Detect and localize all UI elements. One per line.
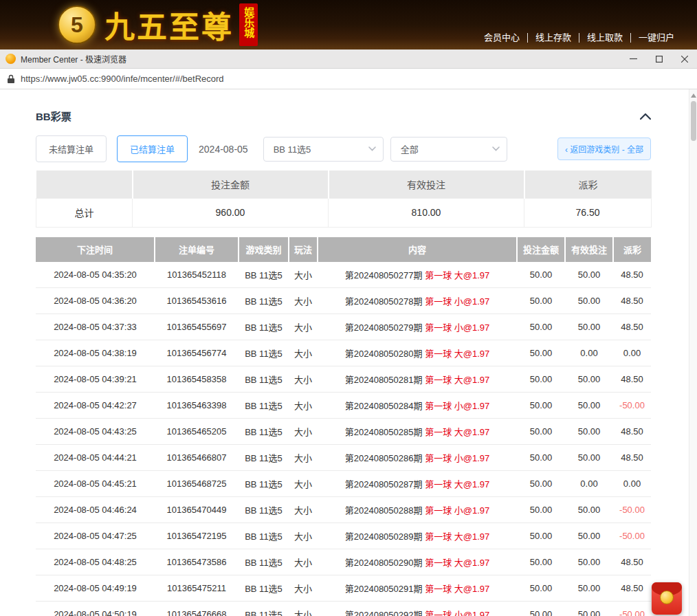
tab-settled-bets[interactable]: 已结算注单 (117, 135, 188, 162)
nav-online-deposit[interactable]: 线上存款 (527, 33, 579, 43)
scrollbar-up-arrow-icon[interactable] (691, 94, 696, 98)
cell-play-type: 大小 (289, 549, 318, 575)
nav-one-key-transfer[interactable]: 一键归户 (630, 33, 682, 43)
close-icon (681, 56, 688, 63)
cell-content: 第202408050279期 第一球 小@1.97 (318, 314, 517, 340)
cell-valid-bet: 50.00 (565, 262, 613, 288)
cell-valid-bet: 50.00 (565, 393, 613, 419)
cell-bet-amount: 50.00 (517, 340, 565, 366)
cell-payout: 48.50 (613, 575, 651, 602)
cell-order-id: 101365473586 (155, 549, 239, 575)
url-text: https://www.jw05.cc:9900/infe/mcenter/#/… (21, 74, 224, 84)
summary-header-empty (36, 170, 133, 198)
game-select[interactable]: BB 11选5 (263, 137, 384, 162)
page-title: BB彩票 (36, 109, 71, 123)
cell-order-id: 101365452118 (155, 262, 239, 288)
cell-order-id: 101365468725 (155, 471, 239, 497)
cell-content: 第202408050281期 第一球 大@1.97 (318, 366, 517, 393)
cell-content: 第202408050292期 第一球 小@1.97 (318, 602, 517, 616)
cell-bet-amount: 50.00 (517, 393, 565, 419)
content-detail: 第一球 大@1.97 (425, 427, 489, 437)
cell-bet-time: 2024-08-05 04:49:19 (36, 575, 155, 602)
cell-play-type: 大小 (289, 393, 318, 419)
cell-order-id: 101365458358 (155, 366, 239, 393)
cell-game-category: BB 11选5 (239, 393, 289, 419)
header-bet-amount: 投注金额 (517, 237, 565, 262)
cell-payout: 48.50 (613, 366, 651, 393)
section-head: BB彩票 (36, 109, 651, 123)
cell-bet-time: 2024-08-05 04:43:25 (36, 419, 155, 445)
cell-order-id: 101365466807 (155, 445, 239, 471)
browser-tab-title: Member Center - 极速浏览器 (21, 53, 126, 65)
cell-content: 第202408050288期 第一球 小@1.97 (318, 497, 517, 523)
cell-bet-amount: 50.00 (517, 497, 565, 523)
cell-content: 第202408050284期 第一球 小@1.97 (318, 393, 517, 419)
cell-bet-time: 2024-08-05 04:37:33 (36, 314, 155, 340)
cell-valid-bet: 50.00 (565, 288, 613, 314)
cell-bet-time: 2024-08-05 04:35:20 (36, 262, 155, 288)
back-to-game-category-button[interactable]: ‹ 返回游戏类别 - 全部 (557, 138, 651, 160)
cell-content: 第202408050291期 第一球 大@1.97 (318, 575, 517, 602)
top-nav: 会员中心 线上存款 线上取款 一键归户 (476, 33, 682, 43)
cell-valid-bet: 0.00 (565, 471, 613, 497)
header-order-id: 注单编号 (155, 237, 239, 262)
url-bar[interactable]: https://www.jw05.cc:9900/infe/mcenter/#/… (0, 69, 697, 89)
table-row: 2024-08-05 04:43:25 101365465205 BB 11选5… (36, 419, 651, 445)
chevron-down-icon (368, 146, 376, 151)
header-payout: 派彩 (613, 237, 651, 262)
maximize-icon (656, 56, 663, 63)
browser-titlebar: Member Center - 极速浏览器 (0, 50, 697, 69)
table-row: 2024-08-05 04:44:21 101365466807 BB 11选5… (36, 445, 651, 471)
cell-game-category: BB 11选5 (239, 497, 289, 523)
cell-game-category: BB 11选5 (239, 262, 289, 288)
content-detail: 第一球 大@1.97 (425, 479, 489, 490)
cell-content: 第202408050289期 第一球 大@1.97 (318, 523, 517, 549)
summary-header-valid-bet: 有效投注 (329, 170, 524, 198)
content-detail: 第一球 小@1.97 (425, 322, 489, 333)
nav-online-withdraw[interactable]: 线上取款 (579, 33, 630, 43)
game-select-value: BB 11选5 (274, 142, 311, 155)
cell-play-type: 大小 (289, 340, 318, 366)
close-button[interactable] (672, 50, 697, 68)
cell-payout: 48.50 (613, 549, 651, 575)
header-content: 内容 (318, 237, 517, 262)
cell-order-id: 101365455697 (155, 314, 239, 340)
browser-favicon-icon (5, 54, 16, 64)
cell-bet-amount: 50.00 (517, 419, 565, 445)
content-period: 第202408050291期 (345, 584, 423, 594)
table-row: 2024-08-05 04:49:19 101365475211 BB 11选5… (36, 575, 651, 602)
maximize-button[interactable] (646, 50, 672, 68)
cell-payout: -50.00 (613, 602, 651, 616)
minimize-button[interactable] (621, 50, 646, 68)
cell-valid-bet: 50.00 (565, 549, 613, 575)
cell-valid-bet: 50.00 (565, 602, 613, 616)
scrollbar-thumb[interactable] (691, 101, 696, 141)
cell-payout: 48.50 (613, 288, 651, 314)
cell-play-type: 大小 (289, 602, 318, 616)
nav-member-center[interactable]: 会员中心 (476, 33, 527, 43)
cell-order-id: 101365470449 (155, 497, 239, 523)
table-row: 2024-08-05 04:46:24 101365470449 BB 11选5… (36, 497, 651, 523)
content-detail: 第一球 大@1.97 (425, 270, 489, 280)
cell-payout: -50.00 (613, 393, 651, 419)
cell-order-id: 101365453616 (155, 288, 239, 314)
collapse-section-button[interactable] (640, 113, 651, 120)
cell-payout: 48.50 (613, 262, 651, 288)
cell-bet-time: 2024-08-05 04:46:24 (36, 497, 155, 523)
cell-content: 第202408050290期 第一球 大@1.97 (318, 549, 517, 575)
cell-payout: -50.00 (613, 497, 651, 523)
cell-bet-amount: 50.00 (517, 602, 565, 616)
cell-game-category: BB 11选5 (239, 575, 289, 602)
header-valid-bet: 有效投注 (565, 237, 613, 262)
tab-unsettled-bets[interactable]: 未结算注单 (36, 135, 107, 162)
scope-select[interactable]: 全部 (390, 137, 507, 162)
content-detail: 第一球 小@1.97 (425, 505, 489, 516)
red-packet-icon[interactable] (652, 582, 682, 615)
cell-play-type: 大小 (289, 314, 318, 340)
minimize-icon (630, 55, 637, 63)
scrollbar-track[interactable] (689, 89, 697, 616)
summary-total-valid-bet: 810.00 (329, 198, 524, 227)
table-row: 2024-08-05 04:45:21 101365468725 BB 11选5… (36, 471, 651, 497)
date-picker[interactable]: 2024-08-05 (199, 144, 248, 155)
table-row: 2024-08-05 04:39:21 101365458358 BB 11选5… (36, 366, 651, 393)
